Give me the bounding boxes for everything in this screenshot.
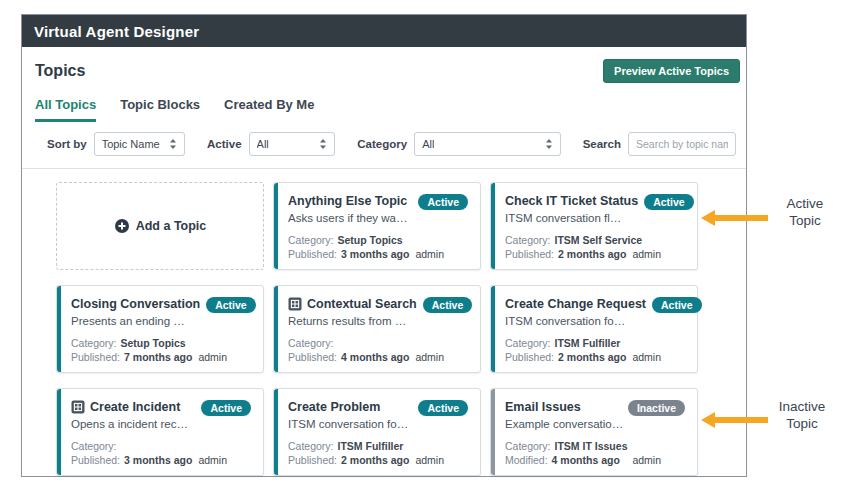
topic-card[interactable]: Check IT Ticket StatusActiveITSM convers… — [490, 182, 698, 270]
topic-title: Create Incident — [71, 400, 180, 414]
active-filter-value: All — [257, 138, 269, 150]
date-value: 2 months ago — [341, 453, 409, 467]
topic-description: Example conversatio… — [505, 418, 685, 430]
inactive-topic-arrow — [701, 412, 768, 428]
arrow-shaft — [715, 215, 768, 221]
category-label: Category: — [288, 233, 334, 247]
topic-title: Create Change Request — [505, 297, 646, 311]
updown-arrows-icon — [319, 138, 327, 150]
card-header: Contextual SearchActive — [288, 297, 468, 313]
page-header-row: Topics Preview Active Topics — [22, 47, 746, 83]
card-header: Create ProblemActive — [288, 400, 468, 416]
filter-divider — [22, 168, 746, 169]
category-label: Category: — [505, 336, 551, 350]
page-title: Topics — [35, 62, 85, 80]
tab-topic-blocks[interactable]: Topic Blocks — [120, 97, 200, 122]
topic-card[interactable]: Anything Else TopicActiveAsks users if t… — [273, 182, 481, 270]
card-header: Check IT Ticket StatusActive — [505, 194, 685, 210]
category-filter-value: All — [422, 138, 434, 150]
active-filter-label: Active — [207, 138, 242, 150]
add-topic-card[interactable]: Add a Topic — [56, 182, 264, 270]
preview-active-topics-button[interactable]: Preview Active Topics — [603, 59, 740, 83]
date-value: 4 months ago — [341, 350, 409, 364]
category-value: Setup Topics — [338, 233, 403, 247]
date-label: Published: — [288, 453, 337, 467]
category-value: ITSM Self Service — [555, 233, 643, 247]
search-input[interactable] — [628, 132, 736, 156]
status-badge: Active — [418, 194, 468, 210]
topic-card[interactable]: Create Change RequestActiveITSM conversa… — [490, 285, 698, 373]
virtual-agent-designer-window: Virtual Agent Designer Topics Preview Ac… — [21, 14, 747, 477]
topic-description: Asks users if they wa… — [288, 212, 468, 224]
inactive-topic-annotation: InactiveTopic — [760, 398, 842, 432]
status-badge: Active — [418, 400, 468, 416]
author: admin — [632, 453, 685, 467]
topic-description: Opens a incident rec… — [71, 418, 251, 430]
topic-description: ITSM conversation fo… — [288, 418, 468, 430]
sort-by-select[interactable]: Topic Name — [94, 132, 186, 156]
status-badge: Active — [201, 400, 251, 416]
sort-by-value: Topic Name — [102, 138, 160, 150]
author: admin — [415, 247, 468, 261]
topic-meta: Category:Setup TopicsPublished:7 months … — [71, 336, 251, 364]
date-label: Published: — [71, 350, 120, 364]
topic-description: Returns results from … — [288, 315, 468, 327]
date-label: Published: — [505, 350, 554, 364]
topic-card[interactable]: Email IssuesInactiveExample conversatio…… — [490, 388, 698, 476]
category-value: ITSM Fulfiller — [555, 336, 621, 350]
card-header: Closing ConversationActive — [71, 297, 251, 313]
active-select[interactable]: All — [249, 132, 336, 156]
topics-grid: Add a Topic Anything Else TopicActiveAsk… — [56, 182, 697, 476]
search-label: Search — [583, 138, 621, 150]
category-label: Category: — [71, 336, 117, 350]
topic-title: Closing Conversation — [71, 297, 200, 311]
category-value: ITSM Fulfiller — [338, 439, 404, 453]
card-header: Anything Else TopicActive — [288, 194, 468, 210]
date-value: 3 months ago — [341, 247, 409, 261]
topic-title: Email Issues — [505, 400, 581, 414]
sort-by-label: Sort by — [47, 138, 87, 150]
category-select[interactable]: All — [414, 132, 561, 156]
active-topic-annotation: ActiveTopic — [763, 195, 842, 229]
status-badge: Active — [644, 194, 694, 210]
grid-icon — [288, 297, 302, 311]
page: Virtual Agent Designer Topics Preview Ac… — [0, 0, 842, 490]
author: admin — [632, 247, 685, 261]
category-value: Setup Topics — [121, 336, 186, 350]
grid-icon — [71, 400, 85, 414]
topic-meta: Category:ITSM IT IssuesModified:4 months… — [505, 439, 685, 467]
tab-all-topics[interactable]: All Topics — [35, 97, 96, 122]
topic-title: Create Problem — [288, 400, 380, 414]
topic-meta: Category:ITSM FulfillerPublished:2 month… — [505, 336, 685, 364]
topic-title: Anything Else Topic — [288, 194, 407, 208]
author: admin — [198, 453, 251, 467]
date-value: 2 months ago — [558, 350, 626, 364]
topic-card[interactable]: Create ProblemActiveITSM conversation fo… — [273, 388, 481, 476]
topic-meta: Category:Published:4 months agoadmin — [288, 336, 468, 364]
app-header: Virtual Agent Designer — [22, 15, 746, 47]
author: admin — [415, 453, 468, 467]
category-label: Category: — [288, 439, 334, 453]
filter-bar: Sort by Topic Name Active All Category A… — [22, 122, 746, 168]
category-value: ITSM IT Issues — [555, 439, 628, 453]
updown-arrows-icon — [545, 138, 553, 150]
topic-card[interactable]: Contextual SearchActiveReturns results f… — [273, 285, 481, 373]
active-topic-arrow — [701, 210, 768, 226]
topic-card[interactable]: Closing ConversationActivePresents an en… — [56, 285, 264, 373]
topic-card[interactable]: Create IncidentActiveOpens a incident re… — [56, 388, 264, 476]
tab-created-by-me[interactable]: Created By Me — [224, 97, 314, 122]
date-label: Published: — [71, 453, 120, 467]
category-label: Category: — [71, 439, 117, 453]
plus-circle-icon — [114, 218, 130, 234]
topic-title: Contextual Search — [288, 297, 417, 311]
card-header: Email IssuesInactive — [505, 400, 685, 416]
topic-meta: Category:Published:3 months agoadmin — [71, 439, 251, 467]
topic-description: ITSM conversation fo… — [505, 315, 685, 327]
topic-meta: Category:ITSM Self ServicePublished:2 mo… — [505, 233, 685, 261]
date-value: 2 months ago — [558, 247, 626, 261]
topic-description: Presents an ending … — [71, 315, 251, 327]
card-header: Create Change RequestActive — [505, 297, 685, 313]
topic-description: ITSM conversation fl… — [505, 212, 685, 224]
topic-meta: Category:ITSM FulfillerPublished:2 month… — [288, 439, 468, 467]
author: admin — [198, 350, 251, 364]
